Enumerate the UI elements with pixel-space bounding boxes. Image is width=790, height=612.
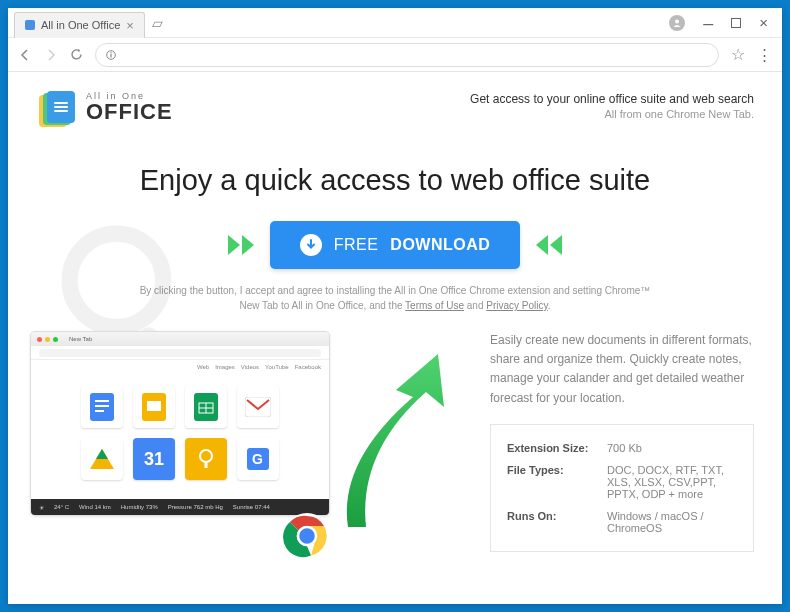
tab-title: All in One Office <box>41 19 120 31</box>
spec-row: File Types: DOC, DOCX, RTF, TXT, XLS, XL… <box>507 459 737 505</box>
browser-window: All in One Office × ▱ – × ☆ ⋮ <box>8 8 782 604</box>
user-profile-icon[interactable] <box>669 15 685 31</box>
svg-rect-4 <box>110 54 111 58</box>
ss-app-grid: 31 G <box>31 386 329 480</box>
spec-label: File Types: <box>507 464 607 500</box>
svg-rect-13 <box>147 401 161 411</box>
details-column: Easily create new documents in different… <box>340 331 754 552</box>
svg-rect-20 <box>205 461 208 468</box>
window-controls: – × <box>669 14 782 32</box>
arrow-right-icon <box>228 235 254 255</box>
chrome-icon <box>283 512 331 560</box>
info-icon <box>106 50 116 60</box>
description-text: Easily create new documents in different… <box>490 331 754 408</box>
disclaimer-suffix: . <box>548 300 551 311</box>
back-icon[interactable] <box>18 48 32 62</box>
svg-text:G: G <box>252 451 263 467</box>
spec-value: Windows / macOS / ChromeOS <box>607 510 737 534</box>
svg-rect-9 <box>95 400 109 402</box>
svg-rect-0 <box>25 20 35 30</box>
reload-icon[interactable] <box>70 48 83 61</box>
close-window-icon[interactable]: × <box>759 14 768 31</box>
svg-rect-11 <box>95 410 104 412</box>
specs-table: Extension Size: 700 Kb File Types: DOC, … <box>490 424 754 552</box>
address-bar: ☆ ⋮ <box>8 38 782 72</box>
spec-row: Extension Size: 700 Kb <box>507 437 737 459</box>
arrow-left-icon <box>536 235 562 255</box>
tagline-line2: All from one Chrome New Tab. <box>470 108 754 120</box>
download-label-1: FREE <box>334 236 379 254</box>
ss-tab-label: New Tab <box>69 336 92 342</box>
spec-label: Extension Size: <box>507 442 607 454</box>
logo-title: OFFICE <box>86 101 173 123</box>
svg-rect-10 <box>95 405 109 407</box>
tab-favicon <box>25 20 35 30</box>
forward-icon[interactable] <box>44 48 58 62</box>
logo: All in One OFFICE <box>36 86 173 128</box>
page-content: All in One OFFICE Get access to your onl… <box>8 72 782 604</box>
ss-nav: WebImagesVideosYouTubeFacebook <box>31 360 329 376</box>
minimize-icon[interactable]: – <box>703 20 713 26</box>
menu-dots-icon[interactable]: ⋮ <box>757 46 772 64</box>
svg-point-5 <box>110 52 111 53</box>
logo-icon <box>36 86 78 128</box>
page-headline: Enjoy a quick access to web office suite <box>28 164 762 197</box>
spec-row: Runs On: Windows / macOS / ChromeOS <box>507 505 737 539</box>
browser-tab[interactable]: All in One Office × <box>14 12 145 38</box>
svg-rect-2 <box>732 18 741 27</box>
tagline: Get access to your online office suite a… <box>470 86 754 120</box>
url-input[interactable] <box>95 43 719 67</box>
spec-label: Runs On: <box>507 510 607 534</box>
svg-rect-18 <box>245 397 271 417</box>
privacy-link[interactable]: Privacy Policy <box>486 300 548 311</box>
spec-value: DOC, DOCX, RTF, TXT, XLS, XLSX, CSV,PPT,… <box>607 464 737 500</box>
download-button[interactable]: FREE DOWNLOAD <box>270 221 521 269</box>
tagline-line1: Get access to your online office suite a… <box>470 92 754 106</box>
disclaimer: By clicking the button, I accept and agr… <box>135 283 655 313</box>
cta-row: FREE DOWNLOAD <box>8 221 782 269</box>
download-icon <box>300 234 322 256</box>
disclaimer-prefix: By clicking the button, I accept and agr… <box>140 285 651 311</box>
product-screenshot: New Tab WebImagesVideosYouTubeFacebook 3… <box>30 331 330 516</box>
download-label-2: DOWNLOAD <box>390 236 490 254</box>
spec-value: 700 Kb <box>607 442 737 454</box>
new-tab-button[interactable]: ▱ <box>149 15 167 31</box>
maximize-icon[interactable] <box>731 14 741 32</box>
bookmark-star-icon[interactable]: ☆ <box>731 45 745 64</box>
terms-link[interactable]: Terms of Use <box>405 300 464 311</box>
tab-close-icon[interactable]: × <box>126 18 134 33</box>
svg-point-1 <box>675 19 679 23</box>
titlebar: All in One Office × ▱ – × <box>8 8 782 38</box>
disclaimer-mid: and <box>464 300 486 311</box>
svg-point-19 <box>200 450 212 462</box>
